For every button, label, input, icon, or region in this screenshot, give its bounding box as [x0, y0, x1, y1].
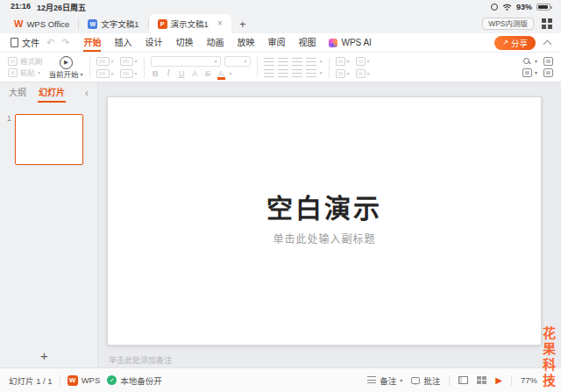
- format-painter-button[interactable]: 格式刷: [8, 57, 43, 66]
- ribbon-tab-home[interactable]: 开始: [83, 33, 101, 52]
- caret-down-icon: ▾: [367, 59, 370, 64]
- caret-down-icon: ▾: [535, 59, 537, 64]
- slide-title[interactable]: 空白演示: [108, 187, 541, 225]
- slide-number: 1: [7, 114, 11, 165]
- paste-icon: [8, 68, 18, 77]
- ribbon-toolbar: 格式刷 粘贴 ▾ ▶ 当前开始 ▾ ▾ ▾ ▾ ▾ ▾: [0, 53, 561, 82]
- reset-slide-button[interactable]: ▾: [96, 69, 114, 78]
- section-button[interactable]: ▾: [120, 69, 138, 78]
- notes-placeholder[interactable]: 单击此处添加备注: [109, 354, 172, 366]
- ribbon-tab-wps-ai[interactable]: WPS AI: [329, 33, 371, 52]
- slide-subtitle-placeholder[interactable]: 单击此处输入副标题: [108, 231, 541, 246]
- bullet-list-icon[interactable]: [264, 69, 274, 77]
- date: 12月26日周五: [37, 2, 86, 13]
- wps-ai-icon: [329, 39, 337, 47]
- slideshow-play-icon[interactable]: ▶: [495, 376, 502, 385]
- system-status-bar: 21:16 12月26日周五 93%: [0, 0, 561, 14]
- caret-down-icon: ▾: [230, 71, 232, 76]
- insert-table-button[interactable]: ▾: [356, 69, 370, 78]
- notes-button[interactable]: 备注 ▾: [367, 374, 402, 387]
- close-tab-icon[interactable]: ×: [217, 19, 223, 28]
- footer-divider: [511, 375, 512, 386]
- ribbon-tab-review[interactable]: 审阅: [267, 33, 285, 52]
- ribbon-tab-animation[interactable]: 动画: [206, 33, 224, 52]
- tab-label: WPS Office: [26, 19, 69, 29]
- collapse-ribbon-icon[interactable]: [543, 39, 552, 48]
- writer-doc-icon: W: [88, 19, 97, 29]
- tab-presentation-document[interactable]: P 演示文稿1 ×: [149, 14, 231, 33]
- font-color-button[interactable]: A: [217, 69, 226, 78]
- paragraph-group: ▾ ▾: [264, 58, 323, 77]
- undo-icon[interactable]: ↶: [46, 38, 54, 47]
- share-button[interactable]: ↗ 分享: [494, 36, 536, 50]
- slide-canvas[interactable]: 空白演示 单击此处输入副标题: [107, 96, 542, 346]
- local-backup-status[interactable]: ✓ 本地备份开: [107, 374, 162, 387]
- battery-icon: [536, 4, 550, 11]
- new-slide-button[interactable]: ▾: [96, 57, 114, 66]
- text-effects-button[interactable]: A: [190, 69, 200, 78]
- layout-icon: [120, 57, 133, 66]
- align-center-icon[interactable]: [278, 58, 288, 66]
- play-from-current-button[interactable]: ▶ 当前开始 ▾: [49, 56, 83, 79]
- window-tab-bar: W WPS Office W 文字文稿1 P 演示文稿1 × + WPS内测版: [0, 14, 561, 33]
- ribbon-tab-design[interactable]: 设计: [145, 33, 162, 52]
- font-family-select[interactable]: ▾: [151, 56, 221, 67]
- ribbon-tab-slideshow[interactable]: 放映: [237, 33, 254, 52]
- caret-down-icon: ▾: [135, 71, 138, 76]
- caret-down-icon: ▾: [367, 71, 370, 76]
- font-size-select[interactable]: ▾: [224, 56, 251, 67]
- align-right-icon[interactable]: [292, 58, 302, 66]
- insert-textbox-button[interactable]: ▾: [336, 57, 350, 66]
- slide-sorter-view-icon[interactable]: [477, 376, 486, 384]
- ribbon-tab-insert[interactable]: 插入: [114, 33, 131, 52]
- find-group: ▾ ▾: [522, 57, 537, 77]
- orientation-lock-icon: [491, 4, 498, 11]
- ribbon-tab-view[interactable]: 视图: [298, 33, 316, 52]
- tab-wps-office[interactable]: W WPS Office: [5, 14, 78, 33]
- footer-divider: [449, 375, 450, 386]
- sidebar-tab-slides[interactable]: 幻灯片: [39, 89, 65, 97]
- comment-icon: [411, 377, 420, 384]
- add-slide-button[interactable]: +: [40, 349, 48, 362]
- wps-cloud-status[interactable]: W WPS: [67, 375, 101, 386]
- new-tab-button[interactable]: +: [231, 14, 254, 33]
- slide-canvas-area: 空白演示 单击此处输入副标题 单击此处添加备注: [98, 82, 561, 367]
- slide-counter: 幻灯片 1 / 1: [9, 374, 53, 387]
- insert-shape-button[interactable]: ▾: [356, 57, 370, 66]
- line-spacing-icon[interactable]: [292, 69, 302, 77]
- number-list-icon[interactable]: [278, 69, 288, 77]
- settings-button[interactable]: [543, 57, 553, 66]
- app-grid-icon[interactable]: [542, 18, 552, 29]
- paste-button[interactable]: 粘贴 ▾: [8, 68, 43, 77]
- footer-divider: [60, 375, 60, 386]
- find-button[interactable]: ▾: [522, 57, 537, 66]
- slide-thumbnail[interactable]: [15, 114, 83, 165]
- bold-button[interactable]: B: [151, 69, 160, 78]
- wifi-icon: [502, 4, 512, 11]
- file-menu-button[interactable]: 文件: [11, 36, 39, 49]
- indent-icon[interactable]: [306, 69, 316, 77]
- panel-toggle-button[interactable]: [543, 68, 553, 77]
- insert-picture-button[interactable]: ▾: [336, 69, 350, 78]
- align-justify-icon[interactable]: [306, 58, 316, 66]
- select-button[interactable]: ▾: [522, 68, 537, 77]
- comments-button[interactable]: 批注: [411, 374, 440, 387]
- align-left-icon[interactable]: [264, 58, 274, 66]
- workspace: 大纲 幻灯片 ‹ 1 + 空白演示 单击此处输入副标题 单击此处添加备注: [0, 82, 561, 367]
- sidebar-tab-outline[interactable]: 大纲: [9, 89, 26, 97]
- file-icon: [11, 38, 18, 47]
- tab-writer-document[interactable]: W 文字文稿1: [79, 14, 147, 33]
- wps-presentation-app: 21:16 12月26日周五 93% W WPS Office W 文字文稿1 …: [0, 0, 561, 392]
- strikethrough-button[interactable]: S: [203, 69, 213, 78]
- beta-version-button[interactable]: WPS内测版: [482, 18, 534, 31]
- ribbon-tab-transition[interactable]: 切换: [175, 33, 193, 52]
- redo-icon[interactable]: ↷: [61, 38, 69, 47]
- normal-view-icon[interactable]: [458, 376, 468, 384]
- layout-button[interactable]: ▾: [120, 57, 138, 66]
- play-from-current-label: 当前开始: [49, 71, 79, 79]
- underline-button[interactable]: U: [177, 69, 187, 78]
- insert-shortcut-group: ▾ ▾ ▾ ▾: [336, 57, 370, 78]
- italic-button[interactable]: I: [164, 69, 174, 78]
- zoom-level[interactable]: 77%: [521, 375, 537, 385]
- collapse-sidebar-icon[interactable]: ‹: [85, 88, 89, 98]
